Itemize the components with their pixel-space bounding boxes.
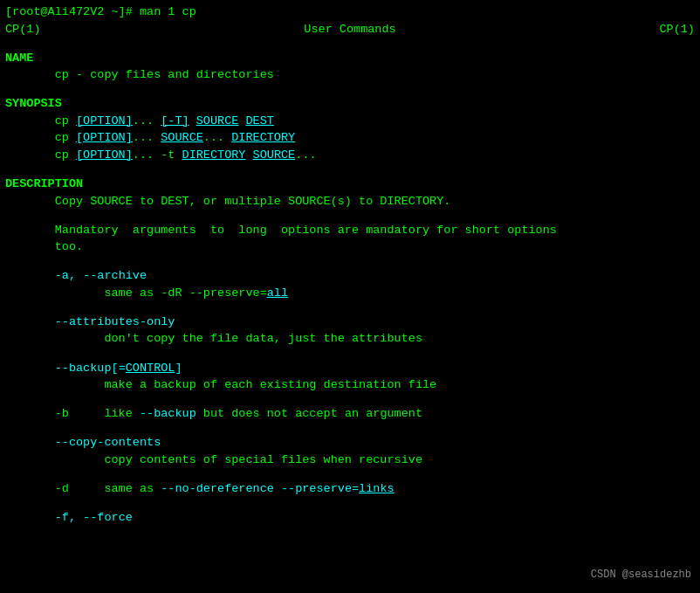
dest-arg: DEST (245, 114, 273, 128)
option-text-3: [OPTION] (76, 148, 133, 162)
blank-3 (5, 164, 695, 176)
option-attributes-text: --attributes-only (55, 315, 175, 328)
header-left: CP(1) (5, 21, 41, 38)
synopsis-line-1: cp [OPTION]... [-T] SOURCE DEST (5, 113, 695, 130)
man-header: CP(1) User Commands CP(1) (5, 21, 695, 38)
flag-t: [-T] (161, 114, 189, 128)
header-center: User Commands (304, 21, 395, 38)
terminal: [root@Ali472V2 ~]# man 1 cp CP(1) User C… (0, 0, 700, 593)
option-backup-desc: make a backup of each existing destinati… (5, 376, 695, 394)
blank-7 (5, 348, 695, 360)
option-text-2: [OPTION] (76, 131, 133, 144)
description-line-2: Mandatory arguments to long options are … (5, 222, 695, 239)
section-description-heading: DESCRIPTION (5, 176, 695, 193)
option-attributes-heading: --attributes-only (5, 314, 695, 331)
option-b-backup-ref: --backup (140, 407, 196, 420)
blank-9 (5, 423, 695, 435)
watermark: CSDN @seasidezhb (591, 568, 691, 583)
header-right: CP(1) (659, 21, 695, 38)
directory-arg: DIRECTORY (231, 131, 295, 144)
option-f-heading: -f, --force (5, 509, 695, 527)
source-arg-2: SOURCE (161, 131, 203, 144)
name-content: cp - copy files and directories (5, 66, 695, 84)
blank-2 (5, 84, 695, 96)
blank-4 (5, 210, 695, 222)
prompt-line: [root@Ali472V2 ~]# man 1 cp (5, 3, 695, 21)
option-f-text: -f, --force (55, 511, 133, 524)
description-line-1: Copy SOURCE to DEST, or multiple SOURCE(… (5, 193, 695, 210)
option-copy-contents-text: --copy-contents (55, 436, 161, 449)
source-arg-3: SOURCE (253, 148, 296, 162)
blank-5 (5, 256, 695, 268)
option-backup-bracket: [=CONTROL] (112, 362, 182, 375)
blank-1 (5, 38, 695, 50)
option-d-line: -d same as --no-dereference --preserve=l… (5, 480, 695, 498)
blank-6 (5, 301, 695, 314)
option-attributes-desc: don't copy the file data, just the attri… (5, 330, 695, 348)
blank-8 (5, 394, 695, 406)
option-backup-heading: --backup[=CONTROL] (5, 360, 695, 377)
description-line-3: too. (5, 238, 695, 256)
option-backup-text: --backup (55, 362, 112, 375)
blank-11 (5, 497, 695, 509)
option-copy-contents-desc: copy contents of special files when recu… (5, 452, 695, 469)
option-a-desc: same as -dR --preserve=all (5, 285, 695, 302)
preserve-all: all (267, 286, 288, 300)
option-preserve-links-prefix: --preserve= (281, 482, 359, 495)
section-name-heading: NAME (5, 50, 695, 67)
source-arg: SOURCE (196, 114, 239, 128)
section-synopsis-heading: SYNOPSIS (5, 95, 695, 113)
preserve-links: links (359, 482, 395, 495)
option-text: [OPTION] (76, 114, 133, 128)
directory-arg-2: DIRECTORY (182, 148, 246, 162)
option-a-text: -a, --archive (55, 269, 147, 282)
option-b-line: -b like --backup but does not accept an … (5, 405, 695, 423)
synopsis-line-2: cp [OPTION]... SOURCE... DIRECTORY (5, 129, 695, 147)
option-no-deref: --no-dereference (161, 482, 274, 495)
synopsis-line-3: cp [OPTION]... -t DIRECTORY SOURCE... (5, 147, 695, 164)
option-a-heading: -a, --archive (5, 267, 695, 285)
option-copy-contents-heading: --copy-contents (5, 434, 695, 452)
blank-10 (5, 468, 695, 480)
